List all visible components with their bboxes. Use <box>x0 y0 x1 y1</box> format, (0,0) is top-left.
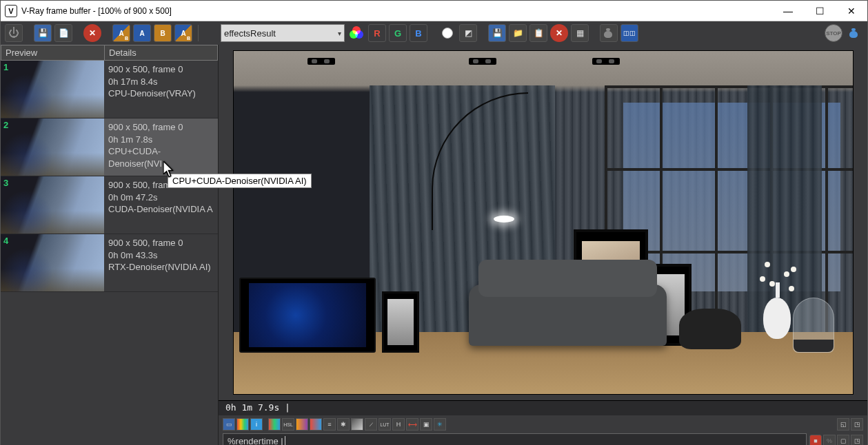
compare-ab-button[interactable]: AB <box>112 24 130 42</box>
power-icon[interactable]: ⏻ <box>5 24 23 42</box>
minimize-button[interactable]: ― <box>772 1 804 21</box>
save-image-icon[interactable]: 💾 <box>488 24 506 42</box>
app-logo: V <box>5 5 17 17</box>
red-channel-button[interactable]: R <box>368 24 386 42</box>
compare-icon[interactable]: ⟷ <box>406 418 418 431</box>
channel-a-button[interactable]: A <box>133 24 151 42</box>
lut-icon[interactable]: LUT <box>379 418 391 431</box>
history-details: 900 x 500, frame 0 0h 17m 8.4s CPU-Denoi… <box>104 61 218 118</box>
history-details: 900 x 500, frame 0 0h 0m 43.3s RTX-Denoi… <box>104 234 218 291</box>
history-thumbnail <box>1 118 104 176</box>
history-item[interactable]: 4 900 x 500, frame 0 0h 0m 43.3s RTX-Den… <box>1 234 218 292</box>
tooltip: CPU+CUDA-Denoiser(NVIDIA AI) <box>168 174 312 188</box>
history-index: 2 <box>3 120 8 130</box>
history-thumbnail <box>1 176 104 234</box>
history-item[interactable]: 1 900 x 500, frame 0 0h 17m 8.4s CPU-Den… <box>1 61 218 118</box>
effect-icon[interactable]: ✳ <box>434 418 446 431</box>
swap-ab-button[interactable]: AB <box>174 24 192 42</box>
history-index: 4 <box>3 236 8 246</box>
h-icon[interactable]: H <box>392 418 405 431</box>
rgb-channels-icon[interactable] <box>347 24 365 42</box>
header-details: Details <box>105 45 217 60</box>
history-header: Preview Details <box>1 45 218 61</box>
curves-icon[interactable] <box>268 418 281 431</box>
clamp-icon[interactable]: ◩ <box>459 24 477 42</box>
curve-tool-icon[interactable]: ⟋ <box>365 418 377 431</box>
info-icon[interactable]: i <box>250 418 263 431</box>
gradient1-icon[interactable] <box>296 418 308 431</box>
close-button[interactable]: ✕ <box>836 1 867 21</box>
record-icon[interactable]: ■ <box>809 435 822 445</box>
restore-window-icon[interactable]: ◱ <box>837 418 849 431</box>
region-render-icon[interactable]: ▦ <box>571 24 589 42</box>
clear-icon[interactable]: ✕ <box>83 24 101 42</box>
history-thumbnail <box>1 61 104 118</box>
history-thumbnail <box>1 234 104 291</box>
mouse-cursor <box>163 161 174 175</box>
save-all-icon[interactable]: 📄 <box>54 24 72 42</box>
hsl-icon[interactable]: HSL <box>282 418 294 431</box>
lines-icon[interactable]: ≡ <box>323 418 336 431</box>
gradient3-icon[interactable] <box>351 418 363 431</box>
expand-icon[interactable]: ◳ <box>851 435 863 445</box>
channel-b-button[interactable]: B <box>154 24 172 42</box>
blue-channel-button[interactable]: B <box>410 24 427 42</box>
render-canvas[interactable] <box>233 50 854 395</box>
history-index: 3 <box>3 178 8 188</box>
header-preview: Preview <box>1 45 105 60</box>
dropdown-arrow-icon: ▾ <box>338 30 341 37</box>
main-toolbar: ⏻ 💾 📄 ✕ AB A B AB effectsResult ▾ R G B <box>1 21 867 45</box>
history-item[interactable]: 2 900 x 500, frame 0 0h 1m 7.8s CPU+CUDA… <box>1 118 218 176</box>
open-folder-icon[interactable]: 📁 <box>509 24 527 42</box>
green-channel-button[interactable]: G <box>389 24 407 42</box>
maximize-button[interactable]: ☐ <box>804 1 836 21</box>
bloom-icon[interactable]: ✱ <box>337 418 350 431</box>
bracket-icon[interactable]: ▢ <box>837 435 849 445</box>
history-details: 900 x 500, frame 0 0h 1m 7.8s CPU+CUDA-D… <box>104 118 218 176</box>
teapot-grey-icon[interactable] <box>600 24 618 42</box>
channel-select-value: effectsResult <box>224 28 276 39</box>
mono-channel-button[interactable] <box>438 24 456 42</box>
bucket-icon[interactable]: ◫◫ <box>620 24 638 42</box>
render-area: 0h 1m 7.9s | ▭ i HSL ≡ ✱ ⟋ <box>219 45 867 445</box>
clipboard-icon[interactable]: 📋 <box>529 24 547 42</box>
bottom-mini-toolbar: ▭ i HSL ≡ ✱ ⟋ LUT H ⟷ <box>223 418 863 431</box>
channel-select[interactable]: effectsResult ▾ <box>221 24 345 42</box>
gradient2-icon[interactable] <box>310 418 322 431</box>
window-icon[interactable]: ▭ <box>223 418 235 431</box>
delete-icon[interactable]: ✕ <box>550 24 568 42</box>
history-index: 1 <box>3 62 8 72</box>
teapot-blue-icon[interactable] <box>845 24 863 42</box>
popout-icon[interactable]: ◳ <box>851 418 863 431</box>
crop-icon[interactable]: ▣ <box>420 418 432 431</box>
save-icon[interactable]: 💾 <box>34 24 52 42</box>
levels-icon[interactable] <box>236 418 249 431</box>
history-panel: Preview Details 1 900 x 500, frame 0 0h … <box>1 45 219 445</box>
render-status: 0h 1m 7.9s | <box>219 400 867 415</box>
window-title: V-Ray frame buffer - [100% of 900 x 500] <box>21 6 772 16</box>
command-input[interactable]: %rendertime | <box>223 433 807 445</box>
stop-render-icon[interactable]: STOP <box>825 24 842 42</box>
percent-icon[interactable]: % <box>823 435 836 445</box>
titlebar: V V-Ray frame buffer - [100% of 900 x 50… <box>1 1 867 21</box>
